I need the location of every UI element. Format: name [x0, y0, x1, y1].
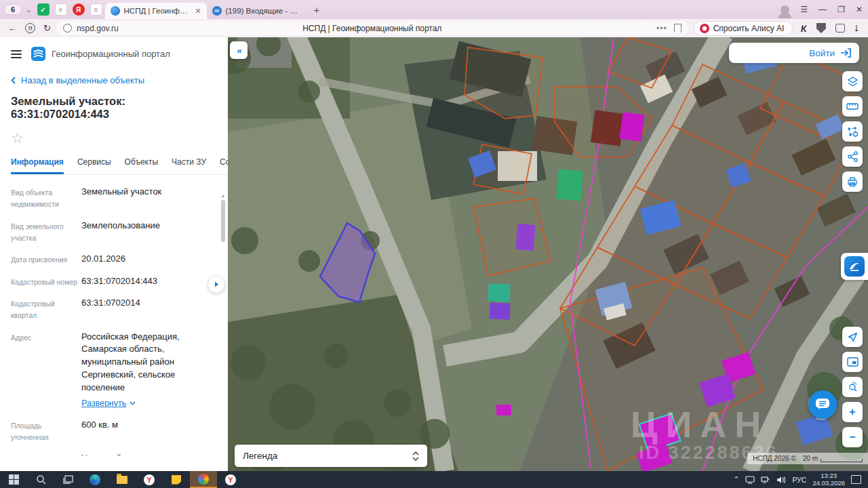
- scrollbar-thumb[interactable]: [221, 200, 225, 242]
- locate-me-button[interactable]: [842, 327, 863, 347]
- scroll-up-icon[interactable]: ▲: [220, 193, 226, 199]
- taskbar-yandex-button[interactable]: Y: [136, 471, 163, 488]
- tab-objects[interactable]: Объекты: [125, 157, 159, 174]
- field-row: Кадастровый номер63:31:0702014:443: [11, 275, 210, 288]
- taskbar-notes-button[interactable]: [163, 471, 190, 488]
- panel-scrollbar[interactable]: ▲: [220, 193, 226, 467]
- ruler-icon: [846, 102, 859, 110]
- legend-label: Легенда: [243, 451, 277, 461]
- device-icon[interactable]: [745, 476, 755, 484]
- expand-address-link[interactable]: Развернуть: [81, 397, 136, 409]
- chat-bubble-icon: [815, 398, 830, 411]
- taskbar-edge-button[interactable]: [81, 471, 108, 488]
- refresh-button[interactable]: ↻: [43, 23, 51, 33]
- tab-nspd[interactable]: НСПД | Геоинформац... ✕: [105, 3, 207, 19]
- measure-button[interactable]: [842, 96, 863, 117]
- language-indicator[interactable]: РУС: [792, 476, 806, 484]
- ask-alice-button[interactable]: Спросить Алису AI: [694, 21, 793, 36]
- tray-expand-icon[interactable]: ⌃: [733, 475, 739, 484]
- legend-expand-icon: [412, 451, 419, 461]
- tab-close-icon[interactable]: ✕: [195, 7, 201, 16]
- profile-icon[interactable]: [781, 5, 789, 14]
- legend-dropdown[interactable]: Легенда: [235, 445, 427, 467]
- search-area-button[interactable]: [842, 377, 863, 397]
- taskbar-yandex2-button[interactable]: Y: [217, 471, 244, 488]
- select-area-button[interactable]: [842, 121, 863, 142]
- tab-parts[interactable]: Части ЗУ: [172, 157, 206, 174]
- folder-icon: [117, 476, 127, 484]
- yandex-search-icon[interactable]: Я: [25, 23, 35, 33]
- map-attribution: НСПД 2026 © 20 m: [747, 453, 868, 464]
- chevron-down-icon: [130, 401, 136, 405]
- field-row: Площадь уточненная600 кв. м: [11, 419, 210, 444]
- window-minimize-button[interactable]: —: [818, 5, 827, 14]
- tab-mail[interactable]: ✉ (199) Входящие - Почта М: [207, 3, 309, 19]
- bookmark-icon[interactable]: [674, 24, 682, 33]
- login-button[interactable]: Войти: [729, 43, 859, 63]
- taskbar-browser-active-button[interactable]: [190, 471, 217, 488]
- pinned-tab-yandex-icon[interactable]: Я: [73, 3, 85, 16]
- zoom-in-button[interactable]: +: [842, 402, 863, 422]
- pinned-tab-doc-icon[interactable]: ≡: [55, 3, 67, 16]
- geoportal-logo-icon: [31, 47, 45, 61]
- downloads-icon[interactable]: ⭣: [854, 23, 859, 34]
- scale-bar: 20 m: [803, 455, 863, 462]
- back-to-selected-link[interactable]: Назад в выделенные объекты: [11, 75, 228, 85]
- tab-information[interactable]: Информация: [11, 157, 64, 174]
- windows-taskbar: Y Y ⌃ РУС 13:23 24.03.2026: [0, 471, 868, 488]
- back-button[interactable]: ←: [8, 23, 17, 33]
- url-field[interactable]: nspd.gov.ru НСПД | Геоинформационный пор…: [56, 21, 688, 35]
- search-rotate-icon: [847, 382, 858, 392]
- url-text[interactable]: nspd.gov.ru: [77, 24, 119, 33]
- task-view-button[interactable]: [54, 471, 81, 488]
- panel-tabs: Информация Сервисы Объекты Части ЗУ Сост…: [11, 157, 228, 175]
- window-restore-button[interactable]: ❐: [837, 5, 845, 14]
- start-button[interactable]: [0, 471, 27, 488]
- yandex-icon: Y: [225, 474, 236, 485]
- extensions-icon[interactable]: [835, 24, 845, 33]
- field-row: Вид объекта недвижимостиЗемельный участо…: [11, 186, 210, 211]
- volume-icon[interactable]: [776, 476, 786, 484]
- action-center-icon[interactable]: [851, 475, 861, 484]
- browser-addressbar: ← Я ↻ nspd.gov.ru НСПД | Геоинформационн…: [0, 19, 868, 37]
- pinned-tab-doc2-icon[interactable]: ≡: [90, 3, 102, 16]
- tab-services[interactable]: Сервисы: [77, 157, 111, 174]
- url-more-icon[interactable]: •••: [656, 24, 667, 33]
- tab-composition[interactable]: Состав: [220, 157, 228, 174]
- taskbar-search-button[interactable]: [27, 471, 54, 488]
- tab-group-chevron-icon[interactable]: ⌄: [26, 6, 31, 14]
- login-label: Войти: [809, 48, 835, 58]
- taskbar-clock[interactable]: 13:23 24.03.2026: [812, 472, 845, 487]
- clock-time: 13:23: [821, 472, 837, 479]
- window-close-button[interactable]: ✕: [856, 5, 863, 14]
- print-button[interactable]: [842, 171, 863, 192]
- alice-icon: [700, 24, 709, 33]
- chat-assistant-fab[interactable]: [806, 388, 840, 422]
- minimap-button[interactable]: [842, 352, 863, 372]
- new-tab-button[interactable]: +: [314, 4, 320, 16]
- object-info-panel: Геоинформационный портал Назад в выделен…: [0, 37, 228, 471]
- zoom-out-button[interactable]: −: [842, 427, 863, 447]
- collapse-panel-button[interactable]: «: [230, 41, 248, 59]
- share-button[interactable]: [842, 146, 863, 167]
- extension-k-icon[interactable]: К: [800, 23, 808, 34]
- sticky-note-icon: [172, 475, 181, 485]
- menu-icon[interactable]: [11, 50, 22, 58]
- network-icon[interactable]: [761, 476, 770, 484]
- nspd-logo-badge[interactable]: [841, 253, 868, 280]
- tab-title: НСПД | Геоинформац...: [124, 7, 191, 15]
- map-canvas[interactable]: ЦИАН ID 322288636 « Войти: [228, 37, 868, 471]
- cian-watermark: ЦИАН: [631, 403, 769, 445]
- pinned-tab-extension-icon[interactable]: ✓: [37, 3, 50, 16]
- favorite-star-icon[interactable]: ☆: [11, 130, 228, 146]
- address-value: Российская Федерация, Самарская область,…: [81, 331, 180, 392]
- taskbar-explorer-button[interactable]: [108, 471, 136, 488]
- site-info-icon[interactable]: [63, 24, 72, 33]
- tab-group-counter[interactable]: 6: [4, 4, 22, 15]
- layers-button[interactable]: [842, 71, 863, 92]
- scale-label: 20 m: [803, 455, 818, 462]
- browser-menu-icon[interactable]: ☰: [800, 5, 808, 14]
- field-row: Кадастровый квартал63:31:0702014: [11, 297, 210, 322]
- field-row: СтатусУчтенный: [11, 452, 210, 455]
- adblock-shield-icon[interactable]: [816, 23, 826, 33]
